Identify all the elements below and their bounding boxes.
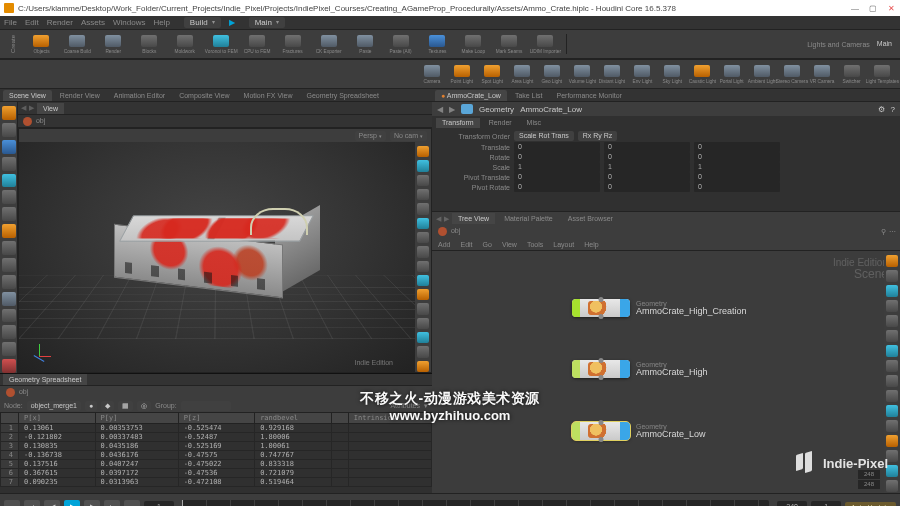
net-path[interactable]: obj xyxy=(451,227,460,234)
shelf-voronoi-to-fem[interactable]: Voronoi to FEM xyxy=(204,30,238,58)
shelf-cpu-to-fem[interactable]: CPU to FEM xyxy=(240,30,274,58)
ss-attrib-label[interactable]: Attributes xyxy=(390,402,420,409)
viewport-display-opt-4[interactable] xyxy=(417,203,429,214)
shelf-area-light[interactable]: Area Light xyxy=(508,60,536,88)
tab-material-palette[interactable]: Material Palette xyxy=(498,213,559,224)
shelf-make-loop[interactable]: Make Loop xyxy=(456,30,490,58)
network-display-opt-14[interactable] xyxy=(886,465,898,477)
ss-mode-points[interactable]: ● xyxy=(85,401,97,411)
shelf-volume-light[interactable]: Volume Light xyxy=(568,60,596,88)
menu-assets[interactable]: Assets xyxy=(81,18,105,27)
net-menu-add[interactable]: Add xyxy=(438,241,450,248)
scene-viewport[interactable]: Persp No cam Indie Edition xyxy=(18,128,432,373)
window-minimize[interactable]: — xyxy=(850,3,860,13)
network-display-opt-7[interactable] xyxy=(886,360,898,372)
tl-nextframe[interactable]: ▶ xyxy=(84,500,100,506)
shelf-moldwork[interactable]: Moldwork xyxy=(168,30,202,58)
network-display-opt-0[interactable] xyxy=(886,255,898,267)
menu-edit[interactable]: Edit xyxy=(25,18,39,27)
network-display-opt-4[interactable] xyxy=(886,315,898,327)
network-display-opt-5[interactable] xyxy=(886,330,898,342)
net-path-root-icon[interactable] xyxy=(438,227,447,236)
tl-play[interactable]: ▶ xyxy=(64,500,80,506)
shelf-fractures[interactable]: Fractures xyxy=(276,30,310,58)
table-row[interactable]: 2-0.121802 0.00337483-0.52487 1.80006 xyxy=(1,433,432,442)
rotate-x[interactable]: 0 xyxy=(514,152,600,162)
shelf-ck-exporter[interactable]: CK Exporter xyxy=(312,30,346,58)
viewport-tool-8[interactable] xyxy=(2,241,16,255)
scale-y[interactable]: 1 xyxy=(604,162,690,172)
viewport-tool-14[interactable] xyxy=(2,342,16,356)
viewport-tool-15[interactable] xyxy=(2,359,16,373)
translate-x[interactable]: 0 xyxy=(514,142,600,152)
shelf-env-light[interactable]: Env Light xyxy=(628,60,656,88)
network-display-opt-13[interactable] xyxy=(886,450,898,462)
ss-col-randbevel[interactable]: randbevel xyxy=(255,413,332,424)
tab-composite-view[interactable]: Composite View xyxy=(173,90,235,101)
ss-mode-verts[interactable]: ◆ xyxy=(101,401,114,411)
shelf-light-templates[interactable]: Light Templates xyxy=(868,60,896,88)
ss-col-P[z][interactable]: P[z] xyxy=(178,413,255,424)
shelf-vr-camera[interactable]: VR Camera xyxy=(808,60,836,88)
viewport-tool-13[interactable] xyxy=(2,325,16,339)
table-row[interactable]: 1 0.13061 0.00353753-0.525474 0.929168 xyxy=(1,424,432,433)
parm-gear-icon[interactable]: ⚙ xyxy=(878,105,885,114)
tab-performance-monitor[interactable]: Performance Monitor xyxy=(551,90,628,101)
shelf-geo-light[interactable]: Geo Light xyxy=(538,60,566,88)
tab-geometry-spreadsheet[interactable]: Geometry Spreadsheet xyxy=(3,374,87,385)
viewport-tool-5[interactable] xyxy=(2,190,16,204)
viewport-tab-view[interactable]: View xyxy=(37,103,64,114)
window-maximize[interactable]: ▢ xyxy=(868,3,878,13)
tab-tree-view[interactable]: Tree View xyxy=(452,213,495,224)
tl-end-frame[interactable]: 240 xyxy=(777,501,807,506)
network-display-opt-6[interactable] xyxy=(886,345,898,357)
shelf-mark-seams[interactable]: Mark Seams xyxy=(492,30,526,58)
viewport-display-opt-1[interactable] xyxy=(417,160,429,171)
parm-help-icon[interactable]: ? xyxy=(891,105,895,114)
shelf-stereo-camera[interactable]: Stereo Camera xyxy=(778,60,806,88)
ss-col-P[y][interactable]: P[y] xyxy=(95,413,178,424)
tl-track[interactable] xyxy=(182,500,769,506)
network-display-opt-15[interactable] xyxy=(886,480,898,492)
viewport-tool-3[interactable] xyxy=(2,157,16,171)
tab-ammocrate-low[interactable]: ● AmmoCrate_Low xyxy=(435,90,507,101)
nav-fwd-icon[interactable]: ▶ xyxy=(29,104,34,112)
rotate-z[interactable]: 0 xyxy=(694,152,780,162)
shelf-sky-light[interactable]: Sky Light xyxy=(658,60,686,88)
network-display-opt-10[interactable] xyxy=(886,405,898,417)
viewport-tool-2[interactable] xyxy=(2,140,16,154)
viewport-tool-9[interactable] xyxy=(2,258,16,272)
table-row[interactable]: 6 0.367615 0.0397172-0.47536 0.721079 xyxy=(1,469,432,478)
shelf-caustic-light[interactable]: Caustic Light xyxy=(688,60,716,88)
pivot-translate-z[interactable]: 0 xyxy=(694,172,780,182)
cook-icon[interactable]: ▶ xyxy=(229,18,235,27)
ss-mode-prims[interactable]: ▦ xyxy=(118,401,133,411)
viewport-display-opt-13[interactable] xyxy=(417,332,429,343)
parm-tab-misc[interactable]: Misc xyxy=(521,118,547,128)
net-nav-fwd-icon[interactable]: ▶ xyxy=(444,215,449,223)
tl-nextkey[interactable]: ⏵ xyxy=(104,500,120,506)
rotate-y[interactable]: 0 xyxy=(604,152,690,162)
tab-motionfx-view[interactable]: Motion FX View xyxy=(238,90,299,101)
pivot-rotate-y[interactable]: 0 xyxy=(604,182,690,192)
viewport-display-opt-15[interactable] xyxy=(417,361,429,372)
ss-path[interactable]: obj xyxy=(19,388,28,395)
pivot-translate-x[interactable]: 0 xyxy=(514,172,600,182)
parm-tab-transform[interactable]: Transform xyxy=(436,118,480,128)
network-display-opt-1[interactable] xyxy=(886,270,898,282)
net-menu-go[interactable]: Go xyxy=(483,241,492,248)
net-find-icon[interactable]: ⚲ xyxy=(881,228,886,236)
viewport-canvas[interactable]: Indie Edition xyxy=(19,142,415,372)
shelf-point-light[interactable]: Point Light xyxy=(448,60,476,88)
net-menu-layout[interactable]: Layout xyxy=(553,241,574,248)
radial-menu-dropdown[interactable]: Main xyxy=(249,17,285,28)
tab-animation-editor[interactable]: Animation Editor xyxy=(108,90,171,101)
viewport-tool-11[interactable] xyxy=(2,292,16,306)
parm-nav-back-icon[interactable]: ◀ xyxy=(437,105,443,114)
viewport-camera-dropdown[interactable]: No cam xyxy=(390,131,427,141)
viewport-tool-0[interactable] xyxy=(2,106,16,120)
viewport-display-opt-3[interactable] xyxy=(417,189,429,200)
net-menu-help[interactable]: Help xyxy=(584,241,598,248)
tab-asset-browser[interactable]: Asset Browser xyxy=(562,213,619,224)
menu-render[interactable]: Render xyxy=(47,18,73,27)
